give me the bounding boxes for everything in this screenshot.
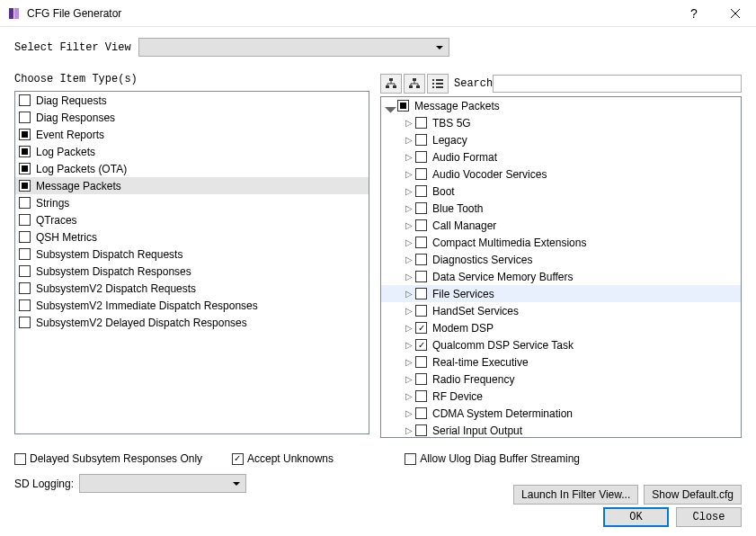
tree-root[interactable]: ◢Message Packets	[381, 97, 741, 114]
checkbox-icon	[415, 271, 427, 282]
checkbox-icon	[14, 453, 26, 465]
tree-node[interactable]: ▷HandSet Services	[381, 302, 741, 319]
item-type-row[interactable]: Diag Requests	[15, 92, 369, 109]
checkbox-icon	[415, 322, 427, 334]
packet-tree[interactable]: ◢Message Packets▷TBS 5G▷Legacy▷Audio For…	[380, 96, 742, 438]
checkbox-icon	[19, 146, 31, 157]
tree-node[interactable]: ▷Compact Multimedia Extensions	[381, 234, 741, 251]
app-icon	[7, 6, 22, 21]
show-default-cfg-button[interactable]: Show Default.cfg	[644, 485, 742, 505]
item-type-list[interactable]: Diag RequestsDiag ResponsesEvent Reports…	[14, 91, 369, 434]
launch-filter-view-button[interactable]: Launch In Filter View...	[513, 485, 638, 505]
tree-node-label: Real-time Executive	[432, 356, 529, 369]
item-type-row[interactable]: Message Packets	[15, 177, 369, 194]
tree-node[interactable]: ▷Data Service Memory Buffers	[381, 268, 741, 285]
close-button[interactable]: Close	[676, 507, 742, 527]
tree-node[interactable]: ▷RF Device	[381, 388, 741, 405]
tree-node-label: Diagnostics Services	[432, 254, 532, 266]
item-type-row[interactable]: Subsystem Dispatch Responses	[15, 263, 369, 280]
item-type-label: Log Packets (OTA)	[36, 163, 127, 175]
expander-icon: ▷	[403, 425, 415, 435]
checkbox-icon	[19, 129, 31, 140]
tree-node[interactable]: ▷Modem DSP	[381, 319, 741, 336]
close-window-button[interactable]	[715, 0, 756, 27]
filter-view-select[interactable]	[138, 38, 449, 57]
item-type-row[interactable]: Event Reports	[15, 126, 369, 143]
tree-node[interactable]: ▷Audio Vocoder Services	[381, 165, 741, 183]
tree-node[interactable]: ▷Boot	[381, 183, 741, 200]
tree-node-label: Blue Tooth	[432, 202, 484, 215]
tree-node-label: Audio Format	[432, 151, 497, 164]
tree-node[interactable]: ▷Real-time Executive	[381, 353, 741, 371]
tree-node[interactable]: ▷Qualcomm DSP Service Task	[381, 336, 741, 353]
checkbox-icon	[19, 94, 31, 106]
expander-icon: ▷	[403, 391, 415, 401]
tree-node-label: File Services	[432, 288, 494, 300]
tree-node[interactable]: ▷TBS 5G	[381, 114, 741, 131]
checkbox-icon	[19, 112, 31, 123]
expander-icon: ▷	[403, 340, 415, 350]
tree-node-label: Call Manager	[432, 219, 496, 232]
item-type-row[interactable]: SubsystemV2 Delayed Dispatch Responses	[15, 314, 369, 331]
item-type-row[interactable]: SubsystemV2 Dispatch Requests	[15, 280, 369, 297]
checkbox-icon	[415, 185, 427, 197]
list-icon	[431, 77, 444, 90]
tree-node[interactable]: ▷Serial Input Output	[381, 422, 741, 437]
search-label: Search	[454, 77, 493, 90]
sd-logging-label: SD Logging:	[14, 478, 74, 490]
item-type-row[interactable]: QTraces	[15, 211, 369, 228]
tree-node[interactable]: ▷Blue Tooth	[381, 200, 741, 217]
item-type-row[interactable]: Log Packets (OTA)	[15, 160, 369, 177]
tree-node-label: RF Device	[432, 390, 483, 403]
tree-node-label: CDMA System Determination	[432, 407, 573, 420]
expander-icon: ▷	[403, 135, 415, 145]
item-type-label: Message Packets	[36, 180, 121, 192]
item-type-row[interactable]: Log Packets	[15, 143, 369, 160]
allow-ulog-checkbox[interactable]: Allow Ulog Diag Buffer Streaming	[405, 452, 580, 465]
help-button[interactable]: ?	[673, 0, 715, 27]
delayed-responses-label: Delayed Subsytem Responses Only	[30, 452, 202, 465]
tree-node[interactable]: ▷File Services	[381, 285, 741, 302]
item-type-label: Subsystem Dispatch Responses	[36, 265, 191, 278]
item-type-row[interactable]: Subsystem Dispatch Requests	[15, 246, 369, 263]
tree-list-view-button[interactable]	[427, 74, 449, 94]
svg-rect-19	[432, 83, 434, 85]
tree-node[interactable]: ▷Call Manager	[381, 217, 741, 234]
checkbox-icon	[415, 356, 427, 368]
expander-icon: ▷	[403, 374, 415, 384]
checkbox-icon	[19, 163, 31, 174]
search-input[interactable]	[493, 75, 742, 93]
checkbox-icon	[415, 305, 427, 317]
item-type-row[interactable]: Strings	[15, 194, 369, 211]
hierarchy-icon	[408, 77, 421, 90]
expander-icon: ▷	[403, 152, 415, 162]
item-type-label: Subsystem Dispatch Requests	[36, 248, 182, 261]
item-type-label: SubsystemV2 Delayed Dispatch Responses	[36, 317, 247, 329]
item-type-row[interactable]: SubsystemV2 Immediate Dispatch Responses	[15, 297, 369, 314]
delayed-responses-checkbox[interactable]: Delayed Subsytem Responses Only	[14, 452, 202, 465]
item-type-row[interactable]: QSH Metrics	[15, 228, 369, 246]
tree-node-label: Serial Input Output	[432, 424, 522, 437]
expander-icon: ▷	[403, 289, 415, 299]
sd-logging-select[interactable]	[79, 474, 246, 493]
tree-node[interactable]: ▷Radio Frequency	[381, 371, 741, 388]
checkbox-icon	[232, 453, 244, 465]
checkbox-icon	[415, 134, 427, 146]
tree-expand-all-button[interactable]	[380, 74, 402, 94]
checkbox-icon	[397, 100, 409, 112]
tree-node[interactable]: ▷Diagnostics Services	[381, 251, 741, 268]
expander-icon: ▷	[403, 272, 415, 281]
ok-button[interactable]: OK	[603, 507, 669, 527]
tree-node[interactable]: ▷CDMA System Determination	[381, 405, 741, 422]
tree-collapse-all-button[interactable]	[404, 74, 425, 94]
tree-node[interactable]: ▷Legacy	[381, 131, 741, 148]
tree-root-label: Message Packets	[414, 100, 500, 112]
svg-rect-1	[14, 8, 19, 19]
tree-node[interactable]: ▷Audio Format	[381, 148, 741, 165]
svg-rect-6	[393, 85, 396, 88]
svg-rect-4	[389, 78, 393, 81]
svg-rect-5	[386, 85, 389, 88]
checkbox-icon	[19, 317, 31, 328]
accept-unknowns-checkbox[interactable]: Accept Unknowns	[232, 452, 334, 465]
item-type-row[interactable]: Diag Responses	[15, 109, 369, 126]
